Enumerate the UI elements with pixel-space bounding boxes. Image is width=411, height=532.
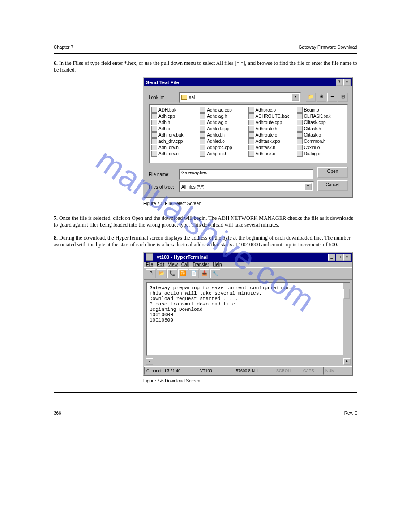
- close-button[interactable]: ×: [343, 254, 351, 261]
- file-item[interactable]: Adh_drv.bak: [151, 132, 200, 138]
- terminal-line: Download request started . . .: [150, 296, 340, 301]
- file-item[interactable]: Adh.cpp: [151, 113, 200, 119]
- help-button[interactable]: ?: [336, 79, 343, 86]
- file-icon: [248, 107, 254, 113]
- horizontal-scrollbar[interactable]: ◂ ▸: [146, 358, 351, 365]
- app-icon: [146, 253, 153, 261]
- divider: [54, 392, 357, 393]
- file-item[interactable]: Adhdiag.o: [200, 120, 248, 125]
- divider: [54, 53, 357, 54]
- list-view-button[interactable]: ☰: [327, 93, 337, 102]
- file-icon: [151, 113, 157, 119]
- chevron-down-icon[interactable]: ▾: [292, 94, 299, 101]
- file-icon: [297, 132, 303, 138]
- terminal-line: _: [150, 323, 340, 328]
- status-scroll: SCROLL: [274, 367, 301, 375]
- file-item[interactable]: Cxxini.o: [297, 145, 345, 150]
- filename-input[interactable]: Gateway.hex: [179, 169, 314, 180]
- file-item[interactable]: Adhroute.o: [248, 132, 297, 138]
- terminal-line: Please transmit download file: [150, 301, 340, 307]
- menu-call[interactable]: Call: [181, 262, 189, 267]
- step-6: 6. In the Files of type field enter *.he…: [54, 60, 357, 73]
- file-item[interactable]: adh_drv.cpp: [151, 138, 200, 144]
- file-icon: [200, 126, 206, 132]
- open-button[interactable]: Open: [317, 167, 348, 178]
- menu-transfer[interactable]: Transfer: [193, 262, 209, 267]
- connect-icon[interactable]: 📞: [167, 269, 177, 278]
- file-item[interactable]: Adh_drv.o: [151, 151, 200, 157]
- receive-icon[interactable]: 📥: [200, 269, 210, 278]
- window-title: vt100 - HyperTerminal: [157, 254, 208, 260]
- menubar[interactable]: FileEditViewCallTransferHelp: [144, 262, 352, 267]
- titlebar: vt100 - HyperTerminal _ □ ×: [144, 253, 352, 262]
- file-icon: [248, 120, 254, 125]
- file-item[interactable]: Adhtask.o: [248, 151, 297, 157]
- file-item[interactable]: Common.h: [297, 138, 345, 144]
- file-item[interactable]: ADH.bak: [151, 107, 200, 113]
- send-icon[interactable]: 📄: [189, 269, 199, 278]
- file-icon: [297, 113, 303, 119]
- hyperterminal-window: vt100 - HyperTerminal _ □ × FileEditView…: [143, 252, 353, 376]
- terminal-output[interactable]: Gateway preparing to save current config…: [146, 282, 351, 356]
- file-item[interactable]: Adhdiag.h: [200, 113, 248, 119]
- minimize-button[interactable]: _: [328, 254, 335, 261]
- file-item[interactable]: Adhdiag.cpp: [200, 107, 248, 113]
- file-item[interactable]: CLITASK.bak: [297, 113, 345, 119]
- titlebar: Send Text File ? ×: [144, 78, 352, 86]
- file-icon: [151, 132, 157, 138]
- file-item[interactable]: Adhroute.h: [248, 126, 297, 132]
- file-item[interactable]: Begin.o: [297, 107, 345, 113]
- chapter-header: Chapter 7 Gateway Firmware Download: [54, 45, 357, 50]
- file-icon: [248, 138, 254, 144]
- file-item[interactable]: Adh.o: [151, 126, 200, 132]
- file-list[interactable]: ADH.bakAdh.cppAdh.hAdh.oAdh_drv.bakadh_d…: [149, 104, 348, 163]
- new-folder-button[interactable]: ✳: [317, 93, 326, 102]
- scroll-left-icon[interactable]: ◂: [146, 358, 153, 365]
- new-icon[interactable]: 🗋: [146, 269, 156, 278]
- file-icon: [297, 120, 303, 125]
- file-icon: [200, 151, 206, 157]
- file-item[interactable]: Clitask.cpp: [297, 120, 345, 125]
- filetype-dropdown[interactable]: All files (*.*) ▾: [179, 181, 314, 192]
- file-item[interactable]: Adhled.h: [200, 132, 248, 138]
- file-item[interactable]: Adh_drv.h: [151, 145, 200, 150]
- up-folder-button[interactable]: 📁: [306, 93, 316, 102]
- file-item[interactable]: Adhproc.cpp: [200, 145, 248, 150]
- file-item[interactable]: Clitask.o: [297, 132, 345, 138]
- file-item[interactable]: Adhtask.cpp: [248, 138, 297, 144]
- file-icon: [248, 126, 254, 132]
- menu-help[interactable]: Help: [213, 262, 222, 267]
- scroll-right-icon[interactable]: ▸: [343, 358, 351, 365]
- file-item[interactable]: Adh.h: [151, 120, 200, 125]
- properties-icon[interactable]: 🔧: [210, 269, 220, 278]
- cancel-button[interactable]: Cancel: [317, 180, 348, 191]
- menu-view[interactable]: View: [168, 262, 178, 267]
- file-item[interactable]: Clitask.h: [297, 126, 345, 132]
- details-view-button[interactable]: ⊞: [338, 93, 348, 102]
- file-icon: [151, 138, 157, 144]
- close-button[interactable]: ×: [343, 79, 351, 86]
- chevron-down-icon[interactable]: ▾: [304, 183, 312, 190]
- menu-edit[interactable]: Edit: [157, 262, 164, 267]
- file-icon: [200, 113, 206, 119]
- file-icon: [297, 151, 303, 157]
- file-icon: [151, 120, 157, 125]
- file-item[interactable]: Adhroute.cpp: [248, 120, 297, 125]
- file-item[interactable]: Adhproc.o: [248, 107, 297, 113]
- file-item[interactable]: Adhled.cpp: [200, 126, 248, 132]
- file-item[interactable]: Adhled.o: [200, 138, 248, 144]
- vertical-scrollbar[interactable]: [343, 283, 350, 355]
- disconnect-icon[interactable]: 📴: [178, 269, 188, 278]
- menu-file[interactable]: File: [146, 262, 153, 267]
- file-icon: [151, 107, 157, 113]
- lookin-dropdown[interactable]: aai ▾: [179, 92, 301, 103]
- page-number: 366: [54, 411, 61, 416]
- file-item[interactable]: Adhproc.h: [200, 151, 248, 157]
- file-icon: [200, 132, 206, 138]
- open-icon[interactable]: 📂: [157, 269, 167, 278]
- file-icon: [248, 151, 254, 157]
- file-item[interactable]: Adhtask.h: [248, 145, 297, 150]
- maximize-button[interactable]: □: [336, 254, 343, 261]
- file-item[interactable]: Dialog.o: [297, 151, 345, 157]
- file-item[interactable]: ADHROUTE.bak: [248, 113, 297, 119]
